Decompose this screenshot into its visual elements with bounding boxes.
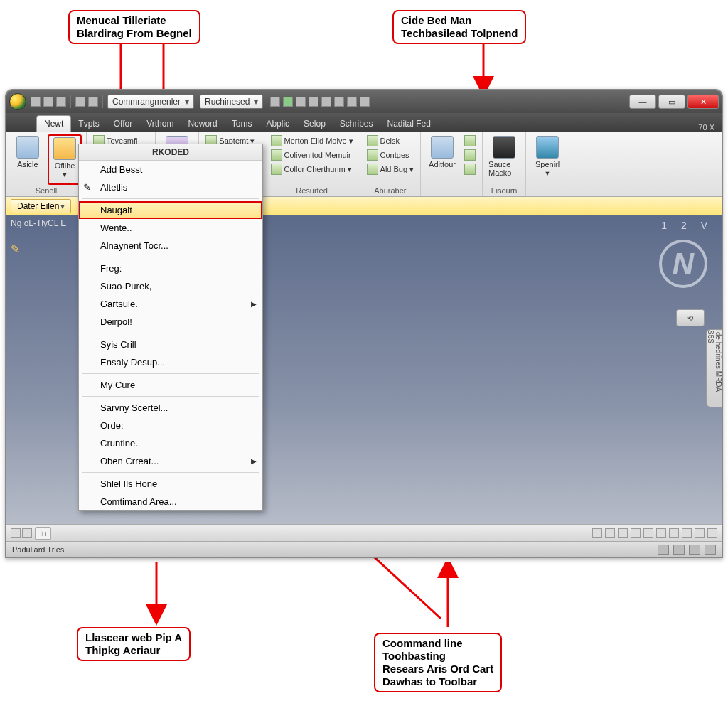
tab-scroll-left[interactable] (11, 528, 21, 538)
status-icon[interactable] (592, 528, 602, 538)
menu-item[interactable]: Comtimand Area... (79, 493, 262, 510)
status-icon[interactable] (618, 528, 628, 538)
ribbon-btn-asicle[interactable]: Asicle (11, 134, 45, 185)
ribbon-btn-sauce[interactable]: Sauce Macko (487, 134, 521, 185)
tab-nadital[interactable]: Nadital Fed (380, 116, 438, 132)
panel-button[interactable]: Dater Eilen▾ (11, 199, 71, 213)
menu-item[interactable]: Deirpol! (79, 313, 262, 331)
separator (70, 95, 71, 108)
submenu-arrow-icon: ▶ (251, 300, 257, 308)
status-icon[interactable] (689, 545, 700, 555)
ribbon-group: Sauce Macko Fisourn (483, 132, 526, 196)
tab-scroll-right[interactable] (22, 528, 32, 538)
group-label: Resurted (269, 185, 355, 195)
title-combo-2[interactable]: Ruchinesed▾ (200, 95, 263, 109)
separator (102, 95, 103, 108)
qat-icon[interactable] (43, 97, 53, 107)
ribbon-tabs: Newt Tvpts Offor Vrthom Noword Toms Abpl… (6, 113, 722, 132)
ribbon-item[interactable]: Ald Bug▾ (365, 163, 417, 176)
tab-newt[interactable]: Newt (36, 115, 71, 132)
nav-widget[interactable]: ⟲ (676, 309, 705, 326)
ribbon-btn-oflihe[interactable]: Oflihe▼ (48, 134, 82, 185)
qat-icon[interactable] (296, 97, 306, 107)
title-combo-1[interactable]: Commrangmenler▾ (107, 95, 194, 109)
ribbon-item[interactable]: Collor Cherthunm▾ (269, 163, 355, 176)
status-icon[interactable] (673, 545, 685, 555)
ribbon-group: Merton Eild Moive▾ Colivenitod Memuir Co… (264, 132, 360, 196)
ribbon-item[interactable] (462, 163, 478, 176)
qat-icon[interactable] (88, 97, 98, 107)
status-icon[interactable] (707, 528, 717, 538)
status-icon[interactable] (705, 545, 716, 555)
ribbon-item[interactable]: Deisk (365, 134, 417, 147)
qat-icon[interactable] (360, 97, 370, 107)
menu-item[interactable]: Oben Crreat...▶ (79, 452, 262, 470)
status-text: Padullard Tries (12, 545, 64, 554)
qat-icon[interactable] (75, 97, 85, 107)
menu-item[interactable]: Sarvny Scertel... (79, 399, 262, 417)
submenu-arrow-icon: ▶ (251, 457, 257, 465)
macro-icon (493, 136, 515, 159)
quick-access-toolbar (31, 95, 105, 108)
qat-icon[interactable] (321, 97, 331, 107)
menu-item[interactable]: Syis Crill (79, 336, 262, 353)
close-button[interactable]: ✕ (687, 95, 719, 109)
menu-item[interactable]: Suao-Purek, (79, 277, 262, 295)
bug-icon (367, 164, 378, 175)
menu-item[interactable]: Add Besst (79, 161, 262, 178)
menu-item[interactable]: Altetlis✎ (79, 178, 262, 196)
status-icon[interactable] (643, 528, 653, 538)
status-icon[interactable] (658, 545, 669, 555)
menu-item[interactable]: Cruntine.. (79, 434, 262, 452)
tab-vrthom[interactable]: Vrthom (139, 116, 181, 132)
status-icon[interactable] (605, 528, 615, 538)
menu-item[interactable]: Orde: (79, 417, 262, 434)
tab-noword[interactable]: Noword (181, 116, 224, 132)
side-panel-tab[interactable]: Ide hedrines MRDA S5S (706, 329, 722, 407)
menu-item[interactable]: Naugalt (79, 201, 262, 219)
chevron-down-icon: ▼ (62, 171, 68, 178)
status-bar: Padullard Tries (6, 541, 722, 557)
disk-icon (367, 135, 378, 146)
menu-item[interactable]: Shlel Ils Hone (79, 475, 262, 493)
chevron-down-icon: ▾ (410, 165, 414, 174)
ribbon-item[interactable] (462, 149, 478, 161)
tab-selop[interactable]: Selop (296, 116, 333, 132)
tab-schribes[interactable]: Schribes (333, 116, 380, 132)
menu-item[interactable]: Wente.. (79, 219, 262, 237)
qat-icon[interactable] (270, 97, 280, 107)
status-icon[interactable] (656, 528, 666, 538)
ribbon-item[interactable]: Merton Eild Moive▾ (269, 134, 355, 147)
menu-item[interactable]: Freg: (79, 259, 262, 277)
model-tab[interactable]: In (35, 527, 51, 540)
menu-item[interactable]: Ensaly Desup... (79, 353, 262, 371)
tab-abplic[interactable]: Abplic (259, 116, 296, 132)
qat-icon[interactable] (309, 97, 318, 107)
menu-header: RKODED (79, 144, 262, 161)
status-icon[interactable] (682, 528, 692, 538)
ribbon-item[interactable]: Contges (365, 149, 417, 161)
status-icon[interactable] (669, 528, 679, 538)
menu-separator (82, 257, 259, 257)
qat-icon[interactable] (31, 97, 41, 107)
tab-offor[interactable]: Offor (107, 116, 139, 132)
ribbon-item[interactable] (462, 134, 478, 147)
status-icon[interactable] (631, 528, 641, 538)
tab-tvpts[interactable]: Tvpts (71, 116, 106, 132)
ribbon-item[interactable]: Colivenitod Memuir (269, 149, 355, 161)
minimize-button[interactable]: — (629, 95, 656, 109)
menu-item[interactable]: My Cure (79, 376, 262, 394)
menu-item[interactable]: Alnaynent Tocr... (79, 237, 262, 255)
qat-icon[interactable] (334, 97, 344, 107)
qat-icon[interactable] (347, 97, 357, 107)
tab-toms[interactable]: Toms (225, 116, 259, 132)
menu-item[interactable]: Gartsule.▶ (79, 295, 262, 313)
ribbon-btn-adittour[interactable]: Adittour (425, 134, 459, 193)
arrow-bottomright2 (434, 562, 462, 631)
ribbon-btn-spenirl[interactable]: Spenirl▼ (530, 134, 564, 193)
app-menu-orb[interactable] (9, 93, 26, 110)
qat-icon[interactable] (56, 97, 66, 107)
status-icon[interactable] (695, 528, 705, 538)
qat-icon[interactable] (283, 97, 293, 107)
maximize-button[interactable]: ▭ (658, 95, 685, 109)
